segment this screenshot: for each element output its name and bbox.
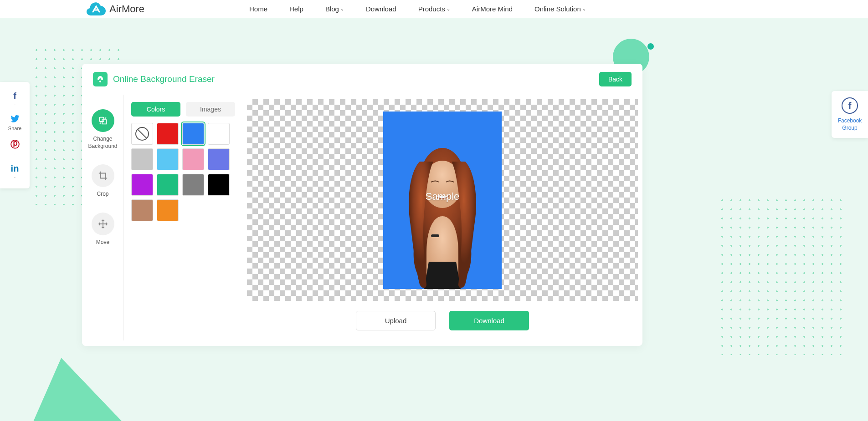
change-background-icon [92,109,114,132]
chevron-down-icon: ⌄ [582,6,586,11]
bg-circle-small [647,43,654,50]
tab-colors[interactable]: Colors [131,102,180,117]
sample-image[interactable]: Sample [383,112,502,289]
pinterest-icon: ⓟ [10,138,20,151]
bg-triangle [7,349,129,421]
tool-crop[interactable]: Crop [82,159,123,207]
back-button[interactable]: Back [599,72,632,86]
crop-icon [92,164,114,187]
brand-name: AirMore [109,3,144,15]
linkedin-icon: in [11,163,19,174]
nav-link-online-solution[interactable]: Online Solution⌄ [534,5,586,13]
brand-logo[interactable]: AirMore [87,2,144,16]
nav-links: HomeHelpBlog⌄DownloadProducts⌄AirMore Mi… [249,5,586,13]
color-swatch[interactable] [157,148,179,170]
color-swatch-none[interactable] [131,123,153,145]
tab-images[interactable]: Images [186,102,235,117]
color-swatch[interactable] [182,148,204,170]
color-swatch[interactable] [208,174,230,196]
nav-link-blog[interactable]: Blog⌄ [325,5,344,13]
brand-icon [87,2,106,16]
person-illustration [388,125,497,289]
share-twitter[interactable]: Share [0,111,30,135]
svg-rect-3 [431,234,439,237]
tool-label: Change Background [85,136,121,150]
share-linkedin[interactable]: in- [0,160,30,183]
color-swatch[interactable] [208,148,230,170]
color-grid [131,123,235,221]
download-button[interactable]: Download [449,311,529,330]
tool-column: Change Background Crop Move [82,95,124,340]
color-swatch[interactable] [131,199,153,221]
tool-logo-icon [93,72,108,86]
nav-link-help[interactable]: Help [289,5,303,13]
tool-change-background[interactable]: Change Background [82,104,123,159]
upload-button[interactable]: Upload [356,311,436,330]
sample-watermark: Sample [426,191,460,203]
nav-link-airmore-mind[interactable]: AirMore Mind [472,5,513,13]
options-panel: Colors Images [124,95,242,340]
color-swatch[interactable] [131,148,153,170]
share-sidebar: f- Share ⓟ- in- [0,82,30,188]
share-facebook[interactable]: f- [0,87,30,111]
chevron-down-icon: ⌄ [340,6,344,11]
color-swatch[interactable] [157,174,179,196]
nav-link-home[interactable]: Home [249,5,267,13]
color-swatch[interactable] [182,123,204,145]
color-swatch[interactable] [157,123,179,145]
color-swatch[interactable] [157,199,179,221]
color-swatch[interactable] [131,174,153,196]
facebook-group-widget[interactable]: f Facebook Group [832,91,868,138]
nav-link-products[interactable]: Products⌄ [418,5,450,13]
svg-point-0 [99,81,101,82]
tool-label: Crop [97,191,108,198]
tool-label: Move [96,239,109,246]
twitter-icon [10,114,20,125]
action-row: Upload Download [247,301,638,340]
canvas-area: Sample Upload Download [242,95,642,340]
share-label: Share [8,126,21,131]
tool-title: Online Background Eraser [113,74,215,84]
facebook-group-label: Facebook Group [834,117,865,132]
color-swatch[interactable] [182,174,204,196]
chevron-down-icon: ⌄ [447,6,450,11]
share-pinterest[interactable]: ⓟ- [0,135,30,160]
nav-link-download[interactable]: Download [366,5,396,13]
facebook-icon: f [13,91,16,101]
color-swatch[interactable] [208,123,230,145]
canvas[interactable]: Sample [247,99,638,301]
facebook-icon: f [842,97,858,114]
move-icon [92,213,114,235]
top-nav: AirMore HomeHelpBlog⌄DownloadProducts⌄Ai… [0,0,868,18]
tool-move[interactable]: Move [82,207,123,255]
editor-header: Online Background Eraser Back [82,64,642,95]
bg-dots-right [718,196,845,355]
editor-card: Online Background Eraser Back Change Bac… [82,64,642,346]
